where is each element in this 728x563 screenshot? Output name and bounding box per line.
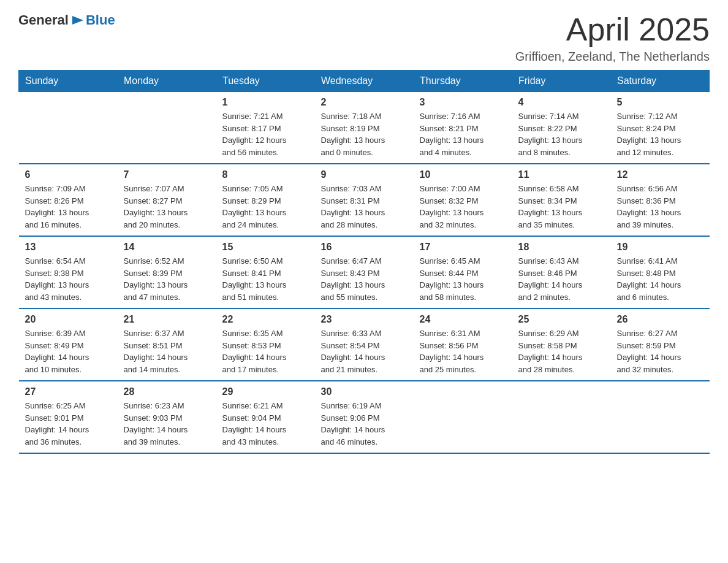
calendar-cell: 25Sunrise: 6:29 AMSunset: 8:58 PMDayligh… xyxy=(512,308,611,381)
calendar-cell: 26Sunrise: 6:27 AMSunset: 8:59 PMDayligh… xyxy=(611,308,710,381)
day-info: Sunrise: 7:09 AMSunset: 8:26 PMDaylight:… xyxy=(25,183,112,231)
day-info: Sunrise: 6:23 AMSunset: 9:03 PMDaylight:… xyxy=(124,400,210,448)
day-number: 13 xyxy=(25,242,112,253)
day-number: 24 xyxy=(420,314,506,325)
calendar-table: SundayMondayTuesdayWednesdayThursdayFrid… xyxy=(18,70,710,454)
calendar-cell: 24Sunrise: 6:31 AMSunset: 8:56 PMDayligh… xyxy=(414,308,512,381)
day-number: 22 xyxy=(222,314,309,325)
day-number: 25 xyxy=(518,314,605,325)
day-number: 12 xyxy=(617,169,703,180)
day-info: Sunrise: 7:03 AMSunset: 8:31 PMDaylight:… xyxy=(321,183,408,231)
location-title: Griffioen, Zeeland, The Netherlands xyxy=(515,50,710,64)
day-info: Sunrise: 6:27 AMSunset: 8:59 PMDaylight:… xyxy=(617,327,703,375)
calendar-cell xyxy=(19,92,118,164)
title-section: April 2025 Griffioen, Zeeland, The Nethe… xyxy=(515,12,710,64)
day-info: Sunrise: 6:21 AMSunset: 9:04 PMDaylight:… xyxy=(222,400,309,448)
calendar-cell: 7Sunrise: 7:07 AMSunset: 8:27 PMDaylight… xyxy=(118,164,216,236)
calendar-cell: 1Sunrise: 7:21 AMSunset: 8:17 PMDaylight… xyxy=(216,92,315,164)
day-info: Sunrise: 6:45 AMSunset: 8:44 PMDaylight:… xyxy=(420,255,506,303)
day-info: Sunrise: 6:29 AMSunset: 8:58 PMDaylight:… xyxy=(518,327,605,375)
day-info: Sunrise: 6:35 AMSunset: 8:53 PMDaylight:… xyxy=(222,327,309,375)
day-number: 17 xyxy=(420,242,506,253)
column-header-saturday: Saturday xyxy=(611,71,710,92)
column-header-monday: Monday xyxy=(118,71,216,92)
day-number: 10 xyxy=(420,169,506,180)
calendar-cell: 21Sunrise: 6:37 AMSunset: 8:51 PMDayligh… xyxy=(118,308,216,381)
calendar-week-5: 27Sunrise: 6:25 AMSunset: 9:01 PMDayligh… xyxy=(19,381,710,453)
day-number: 29 xyxy=(222,386,309,397)
day-number: 28 xyxy=(124,386,210,397)
calendar-cell: 20Sunrise: 6:39 AMSunset: 8:49 PMDayligh… xyxy=(19,308,118,381)
day-info: Sunrise: 6:58 AMSunset: 8:34 PMDaylight:… xyxy=(518,183,605,231)
day-info: Sunrise: 7:00 AMSunset: 8:32 PMDaylight:… xyxy=(420,183,506,231)
svg-marker-0 xyxy=(72,16,83,25)
calendar-cell xyxy=(118,92,216,164)
day-number: 5 xyxy=(617,97,703,108)
day-number: 20 xyxy=(25,314,112,325)
day-info: Sunrise: 7:16 AMSunset: 8:21 PMDaylight:… xyxy=(420,110,506,158)
day-info: Sunrise: 7:18 AMSunset: 8:19 PMDaylight:… xyxy=(321,110,408,158)
calendar-cell: 3Sunrise: 7:16 AMSunset: 8:21 PMDaylight… xyxy=(414,92,512,164)
calendar-cell: 30Sunrise: 6:19 AMSunset: 9:06 PMDayligh… xyxy=(315,381,414,453)
calendar-week-4: 20Sunrise: 6:39 AMSunset: 8:49 PMDayligh… xyxy=(19,308,710,381)
calendar-cell: 22Sunrise: 6:35 AMSunset: 8:53 PMDayligh… xyxy=(216,308,315,381)
day-info: Sunrise: 7:14 AMSunset: 8:22 PMDaylight:… xyxy=(518,110,605,158)
day-number: 9 xyxy=(321,169,408,180)
day-number: 6 xyxy=(25,169,112,180)
calendar-cell: 9Sunrise: 7:03 AMSunset: 8:31 PMDaylight… xyxy=(315,164,414,236)
day-number: 14 xyxy=(124,242,210,253)
day-number: 4 xyxy=(518,97,605,108)
column-header-thursday: Thursday xyxy=(414,71,512,92)
calendar-cell: 2Sunrise: 7:18 AMSunset: 8:19 PMDaylight… xyxy=(315,92,414,164)
day-number: 11 xyxy=(518,169,605,180)
calendar-cell xyxy=(512,381,611,453)
calendar-week-1: 1Sunrise: 7:21 AMSunset: 8:17 PMDaylight… xyxy=(19,92,710,164)
day-info: Sunrise: 6:39 AMSunset: 8:49 PMDaylight:… xyxy=(25,327,112,375)
day-number: 3 xyxy=(420,97,506,108)
column-header-sunday: Sunday xyxy=(19,71,118,92)
day-number: 1 xyxy=(222,97,309,108)
calendar-cell: 18Sunrise: 6:43 AMSunset: 8:46 PMDayligh… xyxy=(512,236,611,308)
day-number: 23 xyxy=(321,314,408,325)
calendar-header: SundayMondayTuesdayWednesdayThursdayFrid… xyxy=(19,71,710,92)
day-info: Sunrise: 6:43 AMSunset: 8:46 PMDaylight:… xyxy=(518,255,605,303)
calendar-cell: 6Sunrise: 7:09 AMSunset: 8:26 PMDaylight… xyxy=(19,164,118,236)
column-header-tuesday: Tuesday xyxy=(216,71,315,92)
calendar-cell: 10Sunrise: 7:00 AMSunset: 8:32 PMDayligh… xyxy=(414,164,512,236)
day-info: Sunrise: 7:12 AMSunset: 8:24 PMDaylight:… xyxy=(617,110,703,158)
column-header-wednesday: Wednesday xyxy=(315,71,414,92)
calendar-cell: 5Sunrise: 7:12 AMSunset: 8:24 PMDaylight… xyxy=(611,92,710,164)
calendar-cell: 17Sunrise: 6:45 AMSunset: 8:44 PMDayligh… xyxy=(414,236,512,308)
day-info: Sunrise: 6:41 AMSunset: 8:48 PMDaylight:… xyxy=(617,255,703,303)
day-number: 21 xyxy=(124,314,210,325)
day-number: 2 xyxy=(321,97,408,108)
day-info: Sunrise: 7:07 AMSunset: 8:27 PMDaylight:… xyxy=(124,183,210,231)
calendar-cell: 13Sunrise: 6:54 AMSunset: 8:38 PMDayligh… xyxy=(19,236,118,308)
calendar-week-2: 6Sunrise: 7:09 AMSunset: 8:26 PMDaylight… xyxy=(19,164,710,236)
day-info: Sunrise: 6:25 AMSunset: 9:01 PMDaylight:… xyxy=(25,400,112,448)
calendar-cell: 29Sunrise: 6:21 AMSunset: 9:04 PMDayligh… xyxy=(216,381,315,453)
day-info: Sunrise: 7:21 AMSunset: 8:17 PMDaylight:… xyxy=(222,110,309,158)
logo-general: General xyxy=(18,12,69,28)
calendar-cell: 28Sunrise: 6:23 AMSunset: 9:03 PMDayligh… xyxy=(118,381,216,453)
day-info: Sunrise: 6:52 AMSunset: 8:39 PMDaylight:… xyxy=(124,255,210,303)
calendar-cell: 4Sunrise: 7:14 AMSunset: 8:22 PMDaylight… xyxy=(512,92,611,164)
day-info: Sunrise: 6:50 AMSunset: 8:41 PMDaylight:… xyxy=(222,255,309,303)
month-title: April 2025 xyxy=(515,12,710,47)
day-number: 7 xyxy=(124,169,210,180)
calendar-cell xyxy=(611,381,710,453)
day-info: Sunrise: 6:37 AMSunset: 8:51 PMDaylight:… xyxy=(124,327,210,375)
day-info: Sunrise: 6:33 AMSunset: 8:54 PMDaylight:… xyxy=(321,327,408,375)
day-info: Sunrise: 6:54 AMSunset: 8:38 PMDaylight:… xyxy=(25,255,112,303)
day-number: 26 xyxy=(617,314,703,325)
calendar-week-3: 13Sunrise: 6:54 AMSunset: 8:38 PMDayligh… xyxy=(19,236,710,308)
day-info: Sunrise: 6:47 AMSunset: 8:43 PMDaylight:… xyxy=(321,255,408,303)
calendar-cell: 8Sunrise: 7:05 AMSunset: 8:29 PMDaylight… xyxy=(216,164,315,236)
calendar-cell: 23Sunrise: 6:33 AMSunset: 8:54 PMDayligh… xyxy=(315,308,414,381)
calendar-cell: 27Sunrise: 6:25 AMSunset: 9:01 PMDayligh… xyxy=(19,381,118,453)
day-number: 8 xyxy=(222,169,309,180)
logo-blue: Blue xyxy=(86,12,115,28)
page-header: General Blue April 2025 Griffioen, Zeela… xyxy=(18,12,710,64)
logo: General Blue xyxy=(18,12,115,28)
column-header-friday: Friday xyxy=(512,71,611,92)
